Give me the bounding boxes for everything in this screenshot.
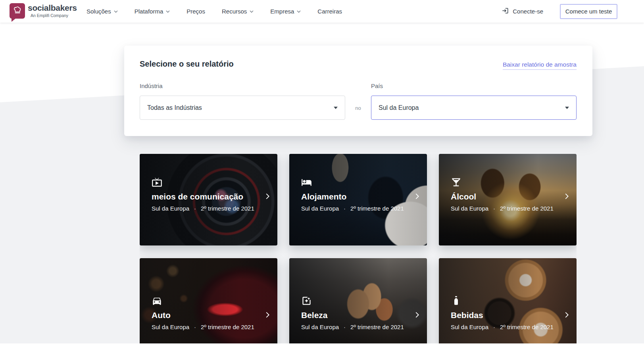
card-title: Bebidas: [451, 311, 553, 320]
nav-item-solucoes[interactable]: Soluções: [87, 8, 118, 15]
brand-logo[interactable]: socialbakers An Emplifi Company: [10, 3, 77, 19]
chevron-down-icon: [297, 10, 301, 13]
card-content: Alojamento Sul da Europa · 2º trimestre …: [301, 177, 403, 212]
card-content: Álcool Sul da Europa · 2º trimestre de 2…: [451, 177, 553, 212]
report-card-beverages[interactable]: Bebidas Sul da Europa · 2º trimestre de …: [439, 258, 577, 343]
chevron-right-icon: [562, 311, 571, 321]
page: socialbakers An Emplifi Company Soluções…: [0, 0, 644, 347]
nav-item-carreiras[interactable]: Carreiras: [317, 8, 342, 15]
panel-heading: Selecione o seu relatório: [140, 59, 234, 69]
hotel-bed-icon: [301, 177, 312, 188]
login-label: Conecte-se: [513, 8, 543, 15]
navbar-right: Conecte-se Comece um teste: [502, 0, 617, 23]
chevron-right-icon: [413, 192, 421, 202]
dropdown-caret-icon: [565, 107, 569, 109]
brand-name: socialbakers: [28, 3, 77, 13]
chevron-right-icon: [263, 311, 272, 321]
chevron-right-icon: [562, 192, 571, 202]
card-subtitle: Sul da Europa · 2º trimestre de 2021: [451, 205, 553, 212]
card-subtitle: Sul da Europa · 2º trimestre de 2021: [152, 205, 254, 212]
card-subtitle: Sul da Europa · 2º trimestre de 2021: [301, 324, 403, 330]
nav-item-label: Recursos: [222, 8, 247, 15]
card-subtitle: Sul da Europa · 2º trimestre de 2021: [152, 324, 254, 330]
card-title: Beleza: [301, 311, 403, 320]
nav-item-precos[interactable]: Preços: [186, 8, 205, 15]
brand-text: socialbakers An Emplifi Company: [28, 3, 77, 18]
card-subtitle: Sul da Europa · 2º trimestre de 2021: [451, 324, 553, 330]
cocktail-icon: [451, 177, 461, 188]
live-tv-icon: [152, 177, 162, 188]
card-content: Auto Sul da Europa · 2º trimestre de 202…: [152, 295, 254, 330]
card-separator: ·: [194, 205, 196, 212]
card-period: 2º trimestre de 2021: [350, 324, 404, 330]
nav-item-plataforma[interactable]: Plataforma: [135, 8, 170, 15]
chevron-down-icon: [250, 10, 254, 13]
card-separator: ·: [493, 205, 495, 212]
login-link[interactable]: Conecte-se: [502, 7, 543, 15]
card-region: Sul da Europa: [152, 324, 189, 330]
chevron-right-icon: [413, 311, 421, 321]
nav-item-empresa[interactable]: Empresa: [270, 8, 301, 15]
chevron-down-icon: [114, 10, 118, 13]
country-select[interactable]: Sul da Europa: [371, 96, 577, 120]
connector-label: no: [345, 105, 371, 111]
card-period: 2º trimestre de 2021: [500, 324, 554, 330]
report-cards-grid: meios de comunicação Sul da Europa · 2º …: [140, 154, 577, 343]
start-trial-button[interactable]: Comece um teste: [560, 4, 617, 19]
nav-item-label: Carreiras: [317, 8, 342, 15]
chevron-down-icon: [166, 10, 170, 13]
nav-item-label: Soluções: [87, 8, 111, 15]
card-region: Sul da Europa: [301, 205, 339, 212]
report-card-media[interactable]: meios de comunicação Sul da Europa · 2º …: [140, 154, 277, 245]
login-icon: [502, 7, 509, 15]
bottle-icon: [451, 295, 461, 306]
top-navbar: socialbakers An Emplifi Company Soluções…: [0, 0, 644, 23]
card-title: Alojamento: [301, 192, 403, 201]
report-card-beauty[interactable]: Beleza Sul da Europa · 2º trimestre de 2…: [289, 258, 427, 343]
card-content: Beleza Sul da Europa · 2º trimestre de 2…: [301, 295, 403, 330]
card-period: 2º trimestre de 2021: [201, 324, 254, 330]
card-region: Sul da Europa: [451, 324, 488, 330]
card-period: 2º trimestre de 2021: [500, 205, 554, 212]
card-period: 2º trimestre de 2021: [350, 205, 404, 212]
card-title: Auto: [152, 311, 254, 320]
country-label: País: [371, 82, 383, 89]
industry-select-value: Todas as Indústrias: [147, 104, 202, 111]
industry-label: Indústria: [140, 82, 163, 89]
nav-item-recursos[interactable]: Recursos: [222, 8, 254, 15]
nav-item-label: Plataforma: [135, 8, 163, 15]
report-card-auto[interactable]: Auto Sul da Europa · 2º trimestre de 202…: [140, 258, 277, 343]
car-icon: [152, 295, 162, 306]
card-separator: ·: [344, 205, 346, 212]
report-card-alcohol[interactable]: Álcool Sul da Europa · 2º trimestre de 2…: [439, 154, 577, 245]
industry-select[interactable]: Todas as Indústrias: [140, 96, 345, 120]
card-separator: ·: [493, 324, 495, 330]
card-period: 2º trimestre de 2021: [201, 205, 254, 212]
card-region: Sul da Europa: [301, 324, 339, 330]
card-content: meios de comunicação Sul da Europa · 2º …: [152, 177, 254, 212]
card-subtitle: Sul da Europa · 2º trimestre de 2021: [301, 205, 403, 212]
card-content: Bebidas Sul da Europa · 2º trimestre de …: [451, 295, 553, 330]
card-region: Sul da Europa: [152, 205, 189, 212]
nav-item-label: Preços: [186, 8, 205, 15]
card-separator: ·: [344, 324, 346, 330]
card-region: Sul da Europa: [451, 205, 488, 212]
chevron-right-icon: [263, 192, 272, 202]
main-nav: Soluções Plataforma Preços Recursos Empr…: [87, 0, 342, 23]
nav-item-label: Empresa: [270, 8, 294, 15]
card-title: meios de comunicação: [152, 192, 254, 201]
card-title: Álcool: [451, 192, 553, 201]
sparkle-filter-icon: [301, 295, 312, 306]
sample-report-link[interactable]: Baixar relatório de amostra: [503, 61, 577, 70]
dropdown-caret-icon: [334, 107, 338, 109]
card-separator: ·: [194, 324, 196, 330]
chef-hat-bubble-icon: [10, 3, 25, 19]
report-selector-panel: Selecione o seu relatório Baixar relatór…: [124, 46, 592, 136]
report-card-lodging[interactable]: Alojamento Sul da Europa · 2º trimestre …: [289, 154, 427, 245]
country-select-value: Sul da Europa: [379, 104, 419, 111]
brand-tagline: An Emplifi Company: [28, 13, 77, 18]
